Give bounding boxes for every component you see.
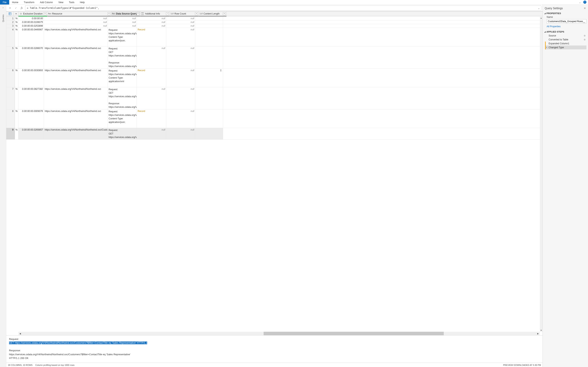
row-number[interactable]: 1: [6, 17, 15, 20]
column-label: Row Count: [174, 12, 195, 15]
scroll-up-icon[interactable]: ▲: [540, 17, 543, 19]
cell-resource: null: [44, 24, 108, 28]
table-row[interactable]: 7%0.00:00:00.0827382https://services.oda…: [6, 87, 540, 109]
cell-contentlen: [195, 24, 223, 28]
row-number[interactable]: 2: [6, 20, 15, 24]
cell-pct: %: [15, 17, 18, 20]
filter-icon[interactable]: ▾: [137, 12, 139, 15]
menu-addcolumn[interactable]: Add Column: [37, 0, 56, 5]
expand-icon[interactable]: ⤢: [166, 12, 169, 15]
cell-additional: Record: [137, 69, 166, 87]
svg-rect-0: [9, 13, 11, 15]
column-header-4[interactable]: 123Row Count▾: [170, 12, 199, 16]
row-number[interactable]: 4: [6, 28, 15, 46]
menu-help[interactable]: Help: [77, 0, 87, 5]
type-icon[interactable]: ABC: [112, 13, 115, 15]
type-icon[interactable]: ◷: [19, 13, 22, 15]
menu-view[interactable]: View: [56, 0, 66, 5]
table-row[interactable]: 9%0.00:00:00.0269857https://services.oda…: [6, 128, 540, 140]
query-settings-close-icon[interactable]: ✕: [584, 7, 586, 10]
table-icon[interactable]: [6, 12, 14, 16]
applied-step[interactable]: Changed Type: [545, 45, 587, 50]
cell-contentlen: [195, 20, 223, 24]
column-header-5[interactable]: 123Content Length▾: [199, 12, 227, 16]
help-icon[interactable]: ?: [583, 0, 587, 4]
menu-file[interactable]: File: [0, 0, 9, 5]
ribbon-collapse-icon[interactable]: ⌄: [577, 0, 582, 5]
table-row[interactable]: 5%0.00:00:00.0286070https://services.oda…: [6, 46, 540, 69]
row-number[interactable]: 6: [6, 69, 15, 87]
type-icon[interactable]: 123: [171, 13, 174, 15]
cell-rowcount: null: [166, 109, 195, 128]
column-header-1[interactable]: ABCResource▾: [47, 12, 111, 16]
filter-icon[interactable]: ▾: [108, 12, 110, 15]
cell-contentlen: [195, 17, 223, 20]
type-icon[interactable]: ABC123: [141, 12, 144, 16]
cell-resource: https://services.odata.org/V4/Northwind/…: [44, 87, 108, 109]
formula-input[interactable]: = Table.TransformColumnTypes(#"Expanded …: [25, 6, 541, 11]
table-row[interactable]: 2%0.00:00:00.0106075nullnullnullnull: [6, 20, 540, 24]
formula-cancel-icon[interactable]: ✕: [8, 6, 13, 11]
cell-pct: %: [15, 69, 18, 87]
cell-dsq: null: [108, 17, 137, 20]
cell-pct: %: [15, 46, 18, 68]
table-menu-icon[interactable]: ▾: [14, 12, 18, 16]
cell-rowcount: null: [166, 87, 195, 109]
scroll-left-icon[interactable]: ◀: [18, 332, 22, 335]
menu-tools[interactable]: Tools: [66, 0, 77, 5]
cell-resource: https://services.odata.org/V4/Northwind/…: [44, 69, 108, 87]
column-label: Additional Info: [145, 12, 166, 15]
table-row[interactable]: 1%0.00:00:00nullnullnullnull: [6, 17, 540, 20]
table-row[interactable]: 3%0.00:00:00.0253896nullnullnullnull: [6, 24, 540, 28]
filter-icon[interactable]: ▾: [44, 12, 46, 15]
cell-resource: https://services.odata.org/V4/Northwind/…: [44, 46, 108, 68]
column-header-3[interactable]: ABC123Additional Info⤢: [140, 12, 170, 16]
cell-duration: 0.00:00:00.0253896: [18, 24, 44, 28]
column-header-0[interactable]: ◷Exclusive Duration▾: [18, 12, 47, 16]
filter-icon[interactable]: ▾: [223, 12, 226, 15]
cell-dsq: null: [108, 24, 137, 28]
row-number[interactable]: 9: [6, 128, 15, 139]
cell-additional: null: [137, 20, 166, 24]
properties-section-header[interactable]: ◢PROPERTIES: [544, 11, 587, 15]
step-label: Source: [549, 34, 556, 37]
scroll-right-icon[interactable]: ▶: [536, 332, 540, 335]
table-row[interactable]: 6%0.00:00:00.0030893https://services.oda…: [6, 69, 540, 87]
queries-label[interactable]: Queries: [2, 15, 4, 22]
cell-dsq: null: [108, 20, 137, 24]
status-profiling[interactable]: Column profiling based on top 1000 rows: [35, 364, 75, 366]
status-preview-time: PREVIEW DOWNLOADED AT 5:30 PM: [503, 364, 541, 366]
gear-icon[interactable]: ⚙: [584, 38, 586, 41]
horizontal-scrollbar[interactable]: ◀ ▶: [18, 332, 540, 335]
menu-transform[interactable]: Transform: [21, 0, 37, 5]
detail-request-line[interactable]: GET https://services.odata.org/V4/Northw…: [9, 342, 147, 344]
menu-home[interactable]: Home: [9, 0, 21, 5]
vertical-scrollbar[interactable]: ▲ ▼: [540, 17, 543, 332]
formula-expand-icon[interactable]: ⌄: [538, 7, 540, 9]
column-header-2[interactable]: ABCData Source Query▾: [111, 12, 140, 16]
filter-icon[interactable]: ▾: [195, 12, 198, 15]
applied-step[interactable]: Converted to Table⚙: [545, 38, 587, 42]
all-properties-link[interactable]: All Properties: [544, 25, 587, 30]
cell-dsq: Request: https://services.odata.org/V4/N…: [108, 69, 137, 87]
applied-step[interactable]: Source⚙: [545, 34, 587, 38]
type-icon[interactable]: 123: [199, 13, 203, 15]
gear-icon[interactable]: ⚙: [584, 34, 586, 37]
row-number[interactable]: 3: [6, 24, 15, 28]
table-row[interactable]: 8%0.00:00:00.0009076https://services.oda…: [6, 109, 540, 128]
query-name-input[interactable]: [547, 19, 587, 24]
queries-expand-icon[interactable]: ›: [3, 5, 4, 11]
scroll-down-icon[interactable]: ▼: [540, 329, 543, 332]
cell-additional: null: [137, 128, 166, 139]
cell-resource: null: [44, 20, 108, 24]
row-number[interactable]: 7: [6, 87, 15, 109]
applied-steps-header[interactable]: ◢APPLIED STEPS: [544, 30, 587, 34]
row-number[interactable]: 5: [6, 46, 15, 68]
formula-fx-icon[interactable]: fx: [19, 6, 24, 11]
type-icon[interactable]: ABC: [48, 13, 51, 15]
formula-commit-icon[interactable]: ✓: [13, 6, 18, 11]
row-number[interactable]: 8: [6, 109, 15, 128]
applied-step[interactable]: Expanded Column1: [545, 42, 587, 45]
table-row[interactable]: 4%0.00:00:00.0449967https://services.oda…: [6, 28, 540, 46]
cell-pct: %: [15, 28, 18, 46]
